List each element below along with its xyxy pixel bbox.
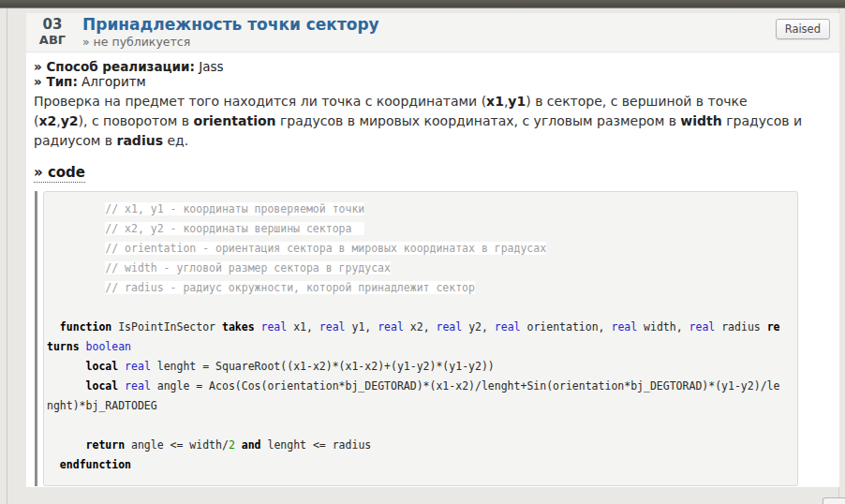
title-block: Принадлежность точки сектору » не публик… bbox=[82, 15, 379, 50]
bottom-cut-button[interactable] bbox=[823, 497, 845, 504]
code-block: // x1, y1 - координаты проверяемой точки… bbox=[43, 191, 798, 486]
post-status: » не публикуется bbox=[82, 35, 379, 50]
code-line: nght)*bj_RADTODEG bbox=[47, 396, 795, 416]
top-bar bbox=[0, 0, 845, 8]
date-month: АВГ bbox=[32, 33, 73, 47]
left-edge-line bbox=[7, 8, 7, 504]
code-line: function IsPointInSector takes real x1, … bbox=[47, 318, 795, 337]
code-line bbox=[47, 416, 795, 436]
code-line: return angle <= width/2 and lenght <= ra… bbox=[47, 436, 795, 455]
code-line bbox=[47, 298, 795, 318]
code-line: // orientation - ориентация сектора в ми… bbox=[47, 239, 795, 259]
code-heading[interactable]: » code bbox=[34, 164, 85, 183]
meta-label: » Способ реализации: bbox=[34, 59, 195, 74]
post-title[interactable]: Принадлежность точки сектору bbox=[82, 15, 379, 35]
code-line: // x1, y1 - координаты проверяемой точки bbox=[47, 200, 795, 219]
meta-value: Алгоритм bbox=[78, 74, 146, 89]
meta-value: Jass bbox=[195, 59, 224, 74]
date-day: 03 bbox=[32, 17, 73, 33]
post-body: » Способ реализации: Jass » Тип: Алгорит… bbox=[26, 52, 839, 486]
code-line: // width - угловой размер сектора в груд… bbox=[47, 259, 795, 278]
code-quote: // x1, y1 - координаты проверяемой точки… bbox=[35, 191, 832, 486]
code-line: // x2, y2 - координаты вершины сектора bbox=[47, 219, 795, 239]
code-line: endfunction bbox=[47, 455, 795, 475]
code-line: local real angle = Acos(Cos(orientation*… bbox=[47, 377, 795, 396]
post-container: 03 АВГ Принадлежность точки сектору » не… bbox=[26, 13, 839, 487]
code-line: local real lenght = SquareRoot((x1-x2)*(… bbox=[47, 357, 795, 377]
date-badge: 03 АВГ bbox=[32, 17, 73, 47]
code-line: turns boolean bbox=[47, 337, 795, 357]
code-line: // radius - радиус окружности, которой п… bbox=[47, 278, 795, 298]
post-description: Проверка на предмет того находится ли то… bbox=[34, 92, 804, 151]
blockquote-bar bbox=[35, 191, 37, 486]
post-header: 03 АВГ Принадлежность точки сектору » не… bbox=[26, 13, 839, 52]
meta-label: » Тип: bbox=[34, 74, 78, 89]
meta-line-type: » Тип: Алгоритм bbox=[34, 74, 832, 89]
raised-button[interactable]: Raised bbox=[776, 19, 830, 39]
meta-line-implementation: » Способ реализации: Jass bbox=[34, 59, 832, 74]
